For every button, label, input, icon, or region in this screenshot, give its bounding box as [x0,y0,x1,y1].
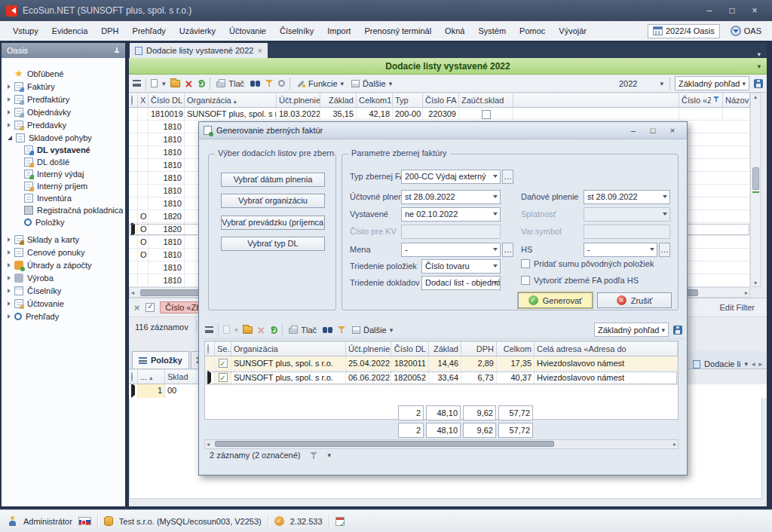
collapse-icon[interactable] [8,136,12,140]
column-header-cislo-dl[interactable]: Číslo DL [391,341,429,356]
year-selector[interactable]: 2022▾ [617,79,665,88]
search-icon[interactable] [323,327,332,333]
menu-item-uzavierky[interactable]: Uzávierky [173,21,222,41]
open-folder-icon[interactable] [243,326,253,334]
typ-zbernej-fa-combo[interactable]: 200-CC Výdaj externý [401,170,501,184]
period-selector[interactable]: 2022/4 Oasis [648,24,720,38]
sidebar-item-dl-vystavene[interactable]: DL vystavené [2,144,125,156]
column-header-uct-plnenie[interactable]: Účt.plnenie▴ [277,93,320,108]
vystavene-combo[interactable]: ne 02.10.2022 [401,207,501,222]
tab-dodacie-listy-detail[interactable]: Dodacie li ▾ ◂ ▸ [693,359,767,368]
generate-button[interactable]: ✓Generovať [518,292,593,308]
delete-icon[interactable]: × [185,79,194,88]
scroll-right-icon[interactable]: ▸ [745,289,748,296]
dialog-maximize-button[interactable]: □ [643,124,663,137]
column-header-dph[interactable]: DPH [461,341,497,356]
cancel-button[interactable]: ×Zrušiť [597,292,672,308]
triedenie-poloziek-combo[interactable]: Číslo tovaru [421,259,501,274]
hs-browse-button[interactable]: … [659,243,670,257]
column-header-uct-plnenie[interactable]: Účt.plnenie [346,341,391,356]
hs-combo[interactable]: - [584,243,657,257]
column-header-celkom[interactable]: Celkom [497,341,535,356]
active-filter-icon[interactable] [713,96,719,102]
sidebar-item-registracna-pokladnica[interactable]: Registračná pokladnica [2,204,125,216]
filter-icon[interactable] [337,326,346,334]
menu-item-system[interactable]: Systém [471,21,513,41]
sidebar-item-predfaktury[interactable]: Predfaktúry [2,93,125,105]
oas-button[interactable]: OAS [731,26,761,36]
expand-icon[interactable] [8,237,11,242]
table-row[interactable]: 1810019 SUNSOFT plus, spol. s r.o. 18.03… [129,108,750,121]
window-maximize-button[interactable]: □ [721,3,743,18]
remove-filter-icon[interactable]: × [133,303,140,313]
more-button[interactable]: Ďalšie▾ [351,326,394,335]
tabstrip-dropdown-icon[interactable]: ▾ [757,50,761,58]
sidebar-item-interny-vydaj[interactable]: Interný výdaj [2,168,125,180]
checkbox-checked[interactable]: ✓ [219,373,228,382]
vertical-scrollbar[interactable]: ▴ ▾ [750,93,761,287]
print-button[interactable]: Tlač [287,326,318,335]
sidebar-item-skladove-pohyby[interactable]: Skladové pohyby [2,131,125,144]
menu-item-uctovanie[interactable]: Účtovanie [222,21,273,41]
banner-dropdown-icon[interactable]: ▾ [757,63,761,70]
danove-plnenie-combo[interactable]: st 28.09.2022 [584,190,670,204]
expand-icon[interactable] [8,110,11,115]
column-header-cislo-dl[interactable]: Číslo DL [149,93,185,108]
prev-icon[interactable]: ◂ [752,360,755,368]
gear-icon[interactable] [278,80,285,87]
menu-item-vyvojar[interactable]: Vývojár [552,21,593,41]
open-folder-icon[interactable] [170,80,180,87]
dialog-titlebar[interactable]: Generovanie zberných faktúr – □ × [199,122,687,139]
column-header-x[interactable]: X [138,93,149,108]
checkbox-unchecked[interactable] [482,110,491,119]
uctovne-plnenie-combo[interactable]: st 28.09.2022 [401,190,501,204]
view-selector[interactable]: Základný pohľad▾ [594,323,669,337]
menu-icon[interactable] [205,326,213,333]
column-header-dots[interactable]: ...▴ [138,369,165,384]
calendar-check-icon[interactable] [335,517,345,526]
grid-settings-column[interactable] [129,369,138,384]
pin-icon[interactable] [114,47,120,54]
vytvorit-podla-hs-checkbox[interactable]: Vytvoriť zberné FA podľa HS [521,276,639,285]
menu-item-vstupy[interactable]: Vstupy [6,21,45,41]
filter-enabled-checkbox[interactable]: ✓ [146,303,155,312]
refresh-icon[interactable] [270,326,277,334]
expand-icon[interactable] [8,123,11,127]
tab-close-icon[interactable]: × [257,46,262,55]
dialog-close-button[interactable]: × [663,124,682,137]
view-selector[interactable]: Základný pohľad▾ [675,76,749,90]
grid-settings-column[interactable] [205,341,215,356]
scroll-right-icon[interactable]: ▸ [673,441,676,448]
filter-icon[interactable] [309,451,318,460]
cell-zauct-sklad[interactable] [459,108,513,121]
sidebar-item-objednavky[interactable]: Objednávky [2,105,125,118]
sidebar-item-dl-dosle[interactable]: DL došlé [2,156,125,168]
menu-icon[interactable] [133,80,141,87]
dropdown-icon[interactable]: ▾ [744,360,748,368]
triedenie-dokladov-combo[interactable]: Dodací list - objednávka [421,276,501,290]
sidebar-item-oblubene[interactable]: ★Obľúbené [2,67,125,80]
save-view-icon[interactable] [754,79,763,88]
sidebar-item-preddavky[interactable]: Preddavky [2,118,125,131]
save-view-icon[interactable] [673,326,682,335]
menu-item-pomoc[interactable]: Pomoc [513,21,552,41]
select-branch-button[interactable]: Vybrať prevádzku (príjemca) [221,216,325,230]
cell-selected[interactable]: ✓ [215,371,231,385]
column-header-zaklad[interactable]: Základ [429,341,461,356]
sidebar-item-sklady-a-karty[interactable]: Sklady a karty [2,233,125,246]
column-header-cislo-fa[interactable]: Číslo FA [423,93,459,108]
scroll-down-icon[interactable]: ▾ [754,280,757,286]
mena-browse-button[interactable]: … [502,243,513,257]
select-organization-button[interactable]: Vybrať organizáciu [221,194,325,208]
new-dropdown-icon[interactable]: ▾ [162,80,166,87]
menu-item-okna[interactable]: Okná [438,21,471,41]
scrollbar-thumb[interactable] [215,441,554,447]
column-header-adresa[interactable]: Celá adresa «Adresa do [535,341,678,356]
menu-item-evidencia[interactable]: Evidencia [45,21,95,41]
expand-icon[interactable] [8,250,11,255]
expand-icon[interactable] [8,263,11,268]
filter-dropdown-icon[interactable]: ▾ [327,451,331,459]
functions-button[interactable]: Funkcie▾ [295,79,345,88]
column-header-typ[interactable]: Typ [393,93,423,108]
column-header-zaklad[interactable]: Základ [320,93,357,108]
